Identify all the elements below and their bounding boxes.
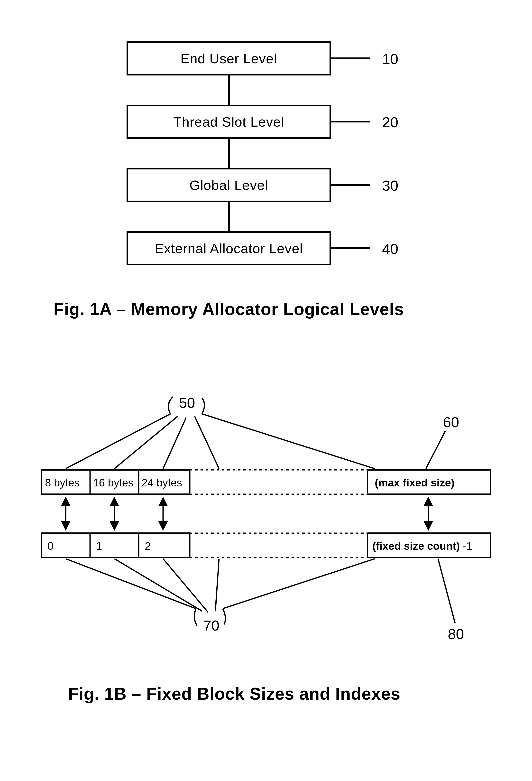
svg-line-23 [426,431,445,469]
svg-line-22 [202,414,375,469]
svg-line-28 [66,559,196,609]
svg-line-32 [223,559,375,609]
bottom-cell-1: 1 [96,540,102,552]
svg-line-21 [195,416,219,469]
svg-line-29 [115,559,202,611]
ref-number-50: 50 [179,395,195,411]
bottom-cell-0: 0 [47,540,53,552]
bottom-cell-last: (fixed size count) -1 [372,540,472,552]
top-cell-2: 24 bytes [142,477,182,489]
bottom-cell-last-suffix: -1 [460,540,472,552]
top-cell-0: 8 bytes [45,477,80,489]
ref-number-60: 60 [443,414,459,431]
top-cell-last-bold: (max fixed size) [375,477,455,489]
top-cell-1: 16 bytes [93,477,133,489]
figure-1b-caption: Fig. 1B – Fixed Block Sizes and Indexes [68,684,401,704]
ref-number-80: 80 [448,626,464,643]
top-cell-last: (max fixed size) [375,477,455,489]
bottom-cell-2: 2 [145,540,151,552]
bottom-cell-last-bold: (fixed size count) [372,540,460,552]
svg-line-31 [215,559,219,611]
svg-line-18 [66,414,170,469]
svg-line-33 [438,559,455,623]
svg-line-19 [115,416,178,469]
ref-number-70: 70 [203,617,220,634]
fig1b-svg-overlay [0,0,532,781]
